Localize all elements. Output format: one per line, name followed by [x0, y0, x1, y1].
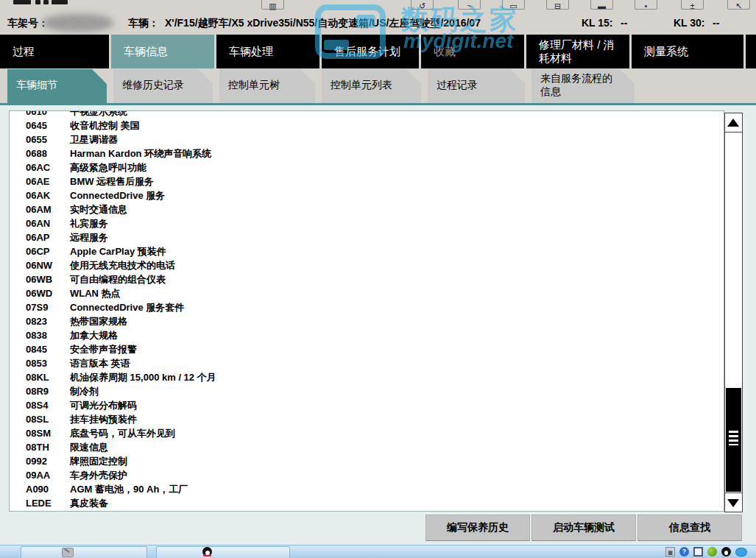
main-tab-label: 售后服务计划 — [334, 45, 400, 58]
vehicle-label: 车辆： — [128, 17, 159, 30]
option-row[interactable]: 0838加拿大规格 — [10, 328, 724, 342]
option-code: 06AM — [26, 202, 70, 216]
option-desc: 车身外壳保护 — [70, 470, 127, 481]
write-service-history-button[interactable]: 编写保养历史 — [425, 515, 530, 541]
option-row[interactable]: 0655卫星调谐器 — [10, 133, 724, 146]
main-tab-sliver — [746, 35, 756, 68]
option-row[interactable]: 06WDWLAN 热点 — [10, 286, 724, 300]
option-code: A090 — [26, 482, 70, 496]
option-row[interactable]: 0853语言版本 英语 — [10, 356, 724, 370]
main-tab-vehicle-info[interactable]: 车辆信息 — [111, 35, 214, 68]
option-row[interactable]: 0688Harman Kardon 环绕声音响系统 — [10, 146, 724, 160]
option-row[interactable]: 09AA车身外壳保护 — [10, 468, 724, 482]
main-tab-favorites[interactable]: 收藏 — [421, 35, 524, 68]
option-desc: 语言版本 英语 — [70, 358, 130, 369]
option-code: 06AE — [26, 174, 70, 188]
option-row[interactable]: 0845安全带声音报警 — [10, 342, 724, 356]
qq-tray-icon[interactable] — [721, 547, 731, 557]
main-tab-workshop-materials[interactable]: 修理厂材料 / 消耗材料 — [526, 35, 629, 68]
vehicle-value: X'/F15/越野车/X5 xDrive35i/N55/自动变速箱/US/左座驾… — [165, 17, 481, 30]
option-row[interactable]: 0992牌照固定控制 — [10, 454, 724, 468]
help-tray-icon[interactable]: ? — [679, 547, 689, 557]
option-row[interactable]: 06AP远程服务 — [10, 230, 724, 244]
main-tab-vehicle-management[interactable]: 车辆处理 — [216, 35, 319, 68]
option-row[interactable]: 08SM底盘号码，可从车外见到 — [10, 426, 724, 440]
sub-tab-control-unit-tree[interactable]: 控制单元树 — [219, 69, 315, 103]
option-row[interactable]: 06WB可自由编程的组合仪表 — [10, 272, 724, 286]
option-desc: 挂车挂钩预装件 — [70, 414, 137, 425]
vehicle-info-bar: 车架号： 车辆： X'/F15/越野车/X5 xDrive35i/N55/自动变… — [0, 10, 756, 35]
option-desc: 可自由编程的组合仪表 — [70, 274, 166, 285]
option-row[interactable]: 07S9ConnectedDrive 服务套件 — [10, 300, 724, 314]
option-row[interactable]: A090AGM 蓄电池，90 Ah，工厂 — [10, 482, 724, 496]
window-title-fragment — [13, 0, 31, 4]
save-icon[interactable]: ⊟ — [546, 0, 569, 10]
screen-icon[interactable]: ▥ — [261, 0, 284, 10]
main-tab-service-plan[interactable]: 售后服务计划 — [322, 35, 419, 68]
option-row[interactable]: 08SL挂车挂钩预装件 — [10, 412, 724, 426]
option-code: 06WD — [26, 286, 70, 300]
sub-tab-vehicle-details[interactable]: 车辆细节 — [7, 69, 107, 103]
option-row[interactable]: 08KL机油保养周期 15,000 km / 12 个月 — [10, 370, 724, 384]
option-row[interactable]: 06AC高级紧急呼叫功能 — [10, 160, 724, 174]
arrow-icon[interactable]: ↖ — [727, 0, 750, 10]
main-tab-label: 车辆信息 — [124, 45, 168, 58]
option-row[interactable]: 08TH限速信息 — [10, 440, 724, 454]
option-row[interactable]: 06AN礼宾服务 — [10, 216, 724, 230]
taskbar-item-qq[interactable] — [156, 546, 290, 558]
option-row[interactable]: 06AM实时交通信息 — [10, 202, 724, 216]
option-code: 0655 — [26, 133, 70, 146]
main-tab-process[interactable]: 过程 — [0, 35, 109, 68]
sub-tab-process-log[interactable]: 过程记录 — [428, 69, 525, 103]
option-code: 08S4 — [26, 398, 70, 412]
option-row[interactable]: 06AEBMW 远程售后服务 — [10, 174, 724, 188]
option-row[interactable]: 06AKConnectedDrive 服务 — [10, 188, 724, 202]
scroll-up-icon[interactable] — [725, 113, 742, 133]
window-icon[interactable]: ▭ — [502, 0, 525, 10]
scroll-down-icon[interactable] — [725, 492, 742, 512]
scrollbar-thumb[interactable] — [726, 388, 741, 492]
option-desc: WLAN 热点 — [70, 288, 121, 299]
sub-tab-control-unit-list[interactable]: 控制单元列表 — [322, 69, 421, 103]
option-row[interactable]: 08R9制冷剂 — [10, 384, 724, 398]
main-tab-label: 车辆处理 — [229, 45, 273, 58]
option-code: 0838 — [26, 328, 70, 342]
option-row[interactable]: 06CPApple CarPlay 预装件 — [10, 244, 724, 258]
option-row[interactable]: 0823热带国家规格 — [10, 314, 724, 328]
signal-icon[interactable]: ~ — [458, 0, 481, 10]
option-desc: Harman Kardon 环绕声音响系统 — [70, 148, 211, 159]
keyboard-tray-icon[interactable]: ▦ — [665, 547, 675, 557]
option-desc: 加拿大规格 — [70, 330, 118, 341]
scrollbar[interactable] — [724, 113, 743, 512]
browser-tray-icon[interactable] — [735, 548, 747, 557]
option-row[interactable]: 08S4可调光分布解码 — [10, 398, 724, 412]
option-desc: 真皮装备 — [70, 498, 108, 509]
option-row[interactable]: 06NW使用无线充电技术的电话 — [10, 258, 724, 272]
sub-tab-service-flow-info[interactable]: 来自服务流程的信息 — [531, 69, 635, 103]
option-desc: 安全带声音报警 — [70, 344, 137, 355]
window-tray-icon[interactable] — [693, 547, 703, 557]
battery-icon[interactable]: ▬ — [590, 0, 613, 10]
sub-tab-label: 来自服务流程的信息 — [540, 72, 612, 97]
vehicle-options-list: 0610平视显示系统0645收音机控制 美国0655卫星调谐器0688Harma… — [10, 110, 724, 510]
main-tab-measuring-system[interactable]: 测量系统 — [632, 35, 743, 68]
taskbar-item-ista[interactable] — [21, 546, 147, 558]
option-row[interactable]: 0645收音机控制 美国 — [10, 119, 724, 133]
option-row[interactable]: LEDE真皮装备 — [10, 496, 724, 510]
green-tray-icon[interactable] — [707, 547, 717, 557]
sub-tab-label: 车辆细节 — [16, 79, 57, 91]
start-vehicle-test-button[interactable]: 启动车辆测试 — [531, 515, 636, 541]
option-code: 0688 — [26, 146, 70, 160]
sub-tab-label: 过程记录 — [437, 79, 478, 91]
option-code: 0823 — [26, 314, 70, 328]
kl30-value: -- — [713, 17, 719, 29]
undo-icon[interactable]: ↺ — [411, 0, 434, 10]
information-search-button[interactable]: 信息查找 — [637, 515, 742, 541]
kl15-label: KL 15: — [582, 17, 613, 29]
option-code: 08KL — [26, 370, 70, 384]
sub-tab-repair-history[interactable]: 维修历史记录 — [113, 69, 213, 103]
option-row[interactable]: 0610平视显示系统 — [10, 110, 724, 119]
dot-icon[interactable]: • — [635, 0, 657, 10]
measure-icon[interactable]: ± — [681, 0, 704, 10]
scrollbar-grip-icon — [729, 431, 738, 445]
